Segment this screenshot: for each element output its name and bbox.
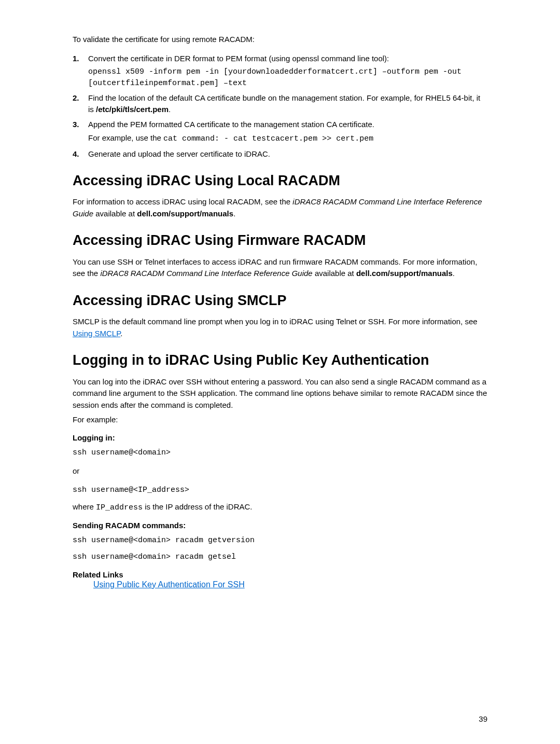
sending-commands-label: Sending RACADM commands: — [73, 521, 487, 530]
para-pka-2: For example: — [73, 414, 487, 426]
para-mid: available at — [93, 209, 137, 218]
where-prefix: where — [73, 502, 96, 511]
cmd-getsel: ssh username@<domain> racadm getsel — [73, 552, 487, 563]
where-text: where IP_address is the IP address of th… — [73, 501, 487, 514]
heading-local-racadm: Accessing iDRAC Using Local RACADM — [73, 172, 487, 189]
related-links-list: Using Public Key Authentication For SSH — [73, 580, 487, 589]
intro-paragraph: To validate the certificate for using re… — [73, 34, 487, 46]
steps-list: 1. Convert the certificate in DER format… — [73, 53, 487, 160]
step-number: 3. — [73, 119, 79, 131]
para-prefix: SMCLP is the default command line prompt… — [73, 317, 478, 326]
para-mid: available at — [313, 269, 356, 278]
heading-pka: Logging in to iDRAC Using Public Key Aut… — [73, 352, 487, 368]
step-number: 1. — [73, 53, 79, 65]
para-bold: dell.com/support/manuals — [356, 269, 453, 278]
heading-firmware-racadm: Accessing iDRAC Using Firmware RACADM — [73, 232, 487, 249]
logging-in-label: Logging in: — [73, 433, 487, 442]
where-suffix: is the IP address of the iDRAC. — [143, 502, 253, 511]
step-3: 3. Append the PEM formatted CA certifica… — [73, 119, 487, 145]
para-suffix: . — [453, 269, 455, 278]
step-text-bold: /etc/pki/tls/cert.pem — [96, 105, 169, 114]
page-number: 39 — [479, 714, 487, 723]
link-pka-ssh[interactable]: Using Public Key Authentication For SSH — [93, 580, 245, 589]
para-pka-1: You can log into the iDRAC over SSH with… — [73, 376, 487, 411]
para-smclp: SMCLP is the default command line prompt… — [73, 316, 487, 339]
or-text: or — [73, 465, 487, 477]
example-prefix: For example, use the — [88, 133, 163, 142]
para-suffix: . — [233, 209, 235, 218]
link-using-smclp[interactable]: Using SMCLP — [73, 329, 120, 338]
para-bold: dell.com/support/manuals — [137, 209, 233, 218]
para-firmware-racadm: You can use SSH or Telnet interfaces to … — [73, 256, 487, 280]
step-text: Convert the certificate in DER format to… — [88, 54, 389, 63]
example-code: cat command: - cat testcacert.pem >> cer… — [163, 134, 373, 143]
para-italic: iDRAC8 RACADM Command Line Interface Ref… — [100, 269, 312, 278]
step-text: Generate and upload the server certifica… — [88, 149, 270, 158]
step-1: 1. Convert the certificate in DER format… — [73, 53, 487, 89]
heading-smclp: Accessing iDRAC Using SMCLP — [73, 292, 487, 309]
step-4: 4. Generate and upload the server certif… — [73, 148, 487, 160]
para-local-racadm: For information to access iDRAC using lo… — [73, 196, 487, 219]
step-text-suffix: . — [169, 105, 171, 114]
cmd-ssh-domain: ssh username@<domain> — [73, 447, 487, 459]
cmd-ssh-ip: ssh username@<IP_address> — [73, 485, 487, 496]
where-code: IP_address — [96, 503, 143, 512]
para-prefix: For information to access iDRAC using lo… — [73, 197, 292, 206]
step-2: 2. Find the location of the default CA c… — [73, 92, 487, 116]
related-links-label: Related Links — [73, 570, 487, 579]
cmd-getversion: ssh username@<domain> racadm getversion — [73, 535, 487, 546]
para-suffix: . — [120, 329, 122, 338]
step-number: 2. — [73, 92, 79, 104]
step-example: For example, use the cat command: - cat … — [88, 132, 487, 145]
step-text: Append the PEM formatted CA certificate … — [88, 120, 374, 129]
step-number: 4. — [73, 148, 79, 160]
code-block: openssl x509 -inform pem -in [yourdownlo… — [88, 66, 487, 89]
